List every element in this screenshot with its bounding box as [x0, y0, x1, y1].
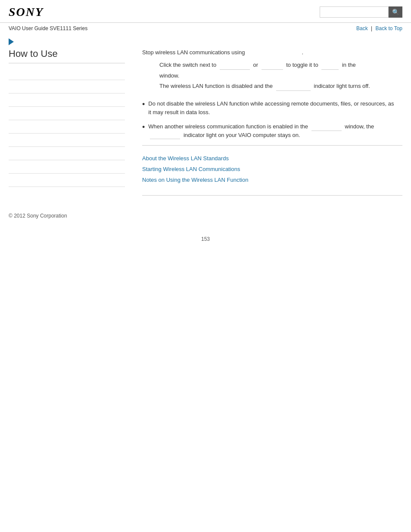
- guide-title: VAIO User Guide SVE1111 Series: [9, 25, 87, 31]
- sidebar-item-2[interactable]: [9, 80, 125, 93]
- sony-logo: SONY: [9, 5, 44, 19]
- related-links: About the Wireless LAN Standards Startin…: [142, 150, 402, 190]
- related-link-2[interactable]: Starting Wireless LAN Communications: [142, 165, 402, 174]
- nav-separator: |: [371, 25, 372, 31]
- back-link[interactable]: Back: [356, 25, 368, 31]
- bullet-text-2: When another wireless communication func…: [148, 122, 398, 139]
- related-link-3[interactable]: Notes on Using the Wireless LAN Function: [142, 176, 402, 185]
- sidebar-item-9[interactable]: [9, 174, 125, 187]
- sidebar-item-5[interactable]: [9, 120, 125, 134]
- sidebar-item-1[interactable]: [9, 67, 125, 80]
- search-icon: 🔍: [392, 9, 399, 16]
- copyright: © 2012 Sony Corporation: [9, 213, 67, 219]
- footer: © 2012 Sony Corporation: [0, 200, 411, 227]
- divider-bottom: [142, 195, 402, 196]
- header: SONY 🔍: [0, 0, 411, 23]
- page-number: 153: [0, 227, 411, 251]
- bullet-dot-1: •: [142, 100, 145, 109]
- related-link-1[interactable]: About the Wireless LAN Standards: [142, 154, 402, 163]
- stop-line: Stop wireless LAN communications using.: [142, 48, 402, 57]
- sidebar-item-3[interactable]: [9, 93, 125, 107]
- chevron-right-icon: [9, 38, 14, 45]
- sidebar-item-4[interactable]: [9, 107, 125, 120]
- search-area: 🔍: [320, 6, 402, 18]
- bullet-dot-2: •: [142, 122, 145, 132]
- nav-links: Back | Back to Top: [356, 25, 402, 31]
- breadcrumb: [0, 34, 411, 48]
- nav-bar: VAIO User Guide SVE1111 Series Back | Ba…: [0, 23, 411, 34]
- main-content: How to Use Stop wireless LAN communicati…: [0, 48, 411, 200]
- sidebar-item-6[interactable]: [9, 134, 125, 147]
- search-input[interactable]: [320, 6, 389, 18]
- content-area: Stop wireless LAN communications using. …: [134, 48, 402, 200]
- search-button[interactable]: 🔍: [389, 6, 402, 18]
- disabled-line: The wireless LAN function is disabled an…: [142, 82, 402, 91]
- sidebar-title: How to Use: [9, 48, 125, 63]
- sidebar: How to Use: [9, 48, 134, 200]
- window-line: window.: [142, 72, 402, 81]
- bullet-text-1: Do not disable the wireless LAN function…: [148, 100, 398, 116]
- bullet-item-1: • Do not disable the wireless LAN functi…: [142, 100, 402, 116]
- bullet-item-2: • When another wireless communication fu…: [142, 122, 402, 139]
- divider-top: [142, 145, 402, 146]
- sidebar-item-8[interactable]: [9, 160, 125, 174]
- stop-section: Stop wireless LAN communications using. …: [142, 48, 402, 91]
- bullet-list: • Do not disable the wireless LAN functi…: [142, 100, 402, 139]
- click-line: Click the switch next to or to toggle it…: [142, 61, 402, 70]
- sidebar-item-7[interactable]: [9, 147, 125, 160]
- back-to-top-link[interactable]: Back to Top: [376, 25, 402, 31]
